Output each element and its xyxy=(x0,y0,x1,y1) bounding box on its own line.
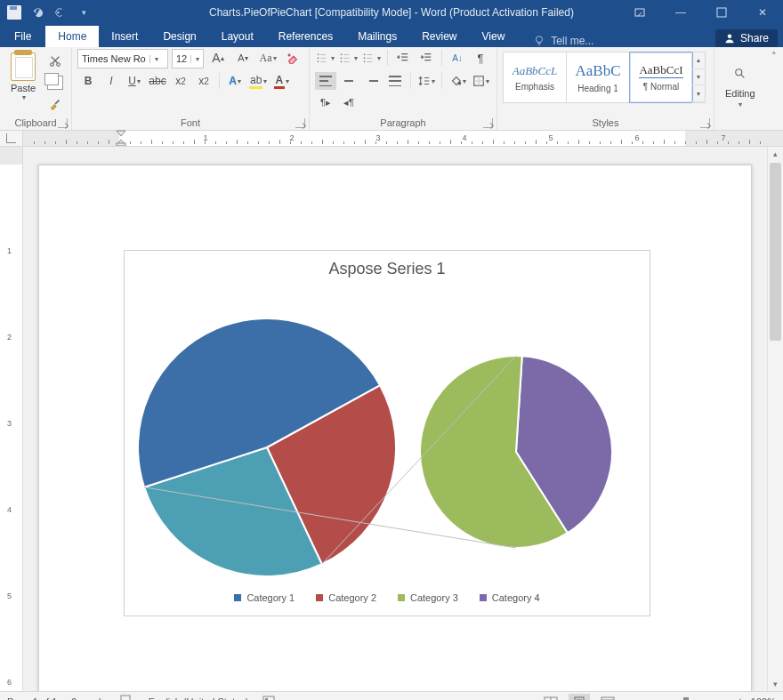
align-center-button[interactable] xyxy=(338,72,359,90)
strikethrough-button[interactable]: abc xyxy=(147,72,168,90)
align-center-icon xyxy=(343,76,355,86)
cut-button[interactable] xyxy=(44,52,66,70)
zoom-out-button[interactable]: − xyxy=(626,695,633,700)
tab-file[interactable]: File xyxy=(0,26,45,47)
text-effects-button[interactable]: A▾ xyxy=(224,72,246,90)
page-indicator[interactable]: Page 1 of 1 xyxy=(7,696,57,700)
svg-point-4 xyxy=(728,35,732,39)
bullets-button[interactable]: ▾ xyxy=(315,49,336,67)
undo-button[interactable] xyxy=(27,3,48,22)
lightbulb-icon xyxy=(533,35,545,47)
pie-of-pie-chart xyxy=(125,278,650,599)
tab-references[interactable]: References xyxy=(266,26,345,47)
clear-formatting-button[interactable] xyxy=(282,49,303,67)
scrollbar-thumb[interactable] xyxy=(770,163,781,341)
zoom-slider-thumb[interactable] xyxy=(683,697,689,701)
redo-button[interactable] xyxy=(50,3,71,22)
style-emphasis[interactable]: AaBbCcL Emphasis xyxy=(503,52,567,103)
macro-button[interactable] xyxy=(262,696,275,700)
zoom-level[interactable]: 100% xyxy=(751,696,776,700)
tab-mailings[interactable]: Mailings xyxy=(345,26,409,47)
maximize-button[interactable] xyxy=(701,0,742,25)
magnifier-icon xyxy=(734,68,747,80)
bold-button[interactable]: B xyxy=(77,72,99,90)
format-painter-button[interactable] xyxy=(44,95,66,113)
underline-button[interactable]: U▾ xyxy=(124,72,145,90)
zoom-in-button[interactable]: + xyxy=(737,695,744,700)
change-case-button[interactable]: Aa▾ xyxy=(257,49,278,67)
justify-button[interactable] xyxy=(384,72,406,90)
ltr-button[interactable]: ¶▸ xyxy=(315,93,336,111)
numbering-button[interactable]: ▾ xyxy=(338,49,359,67)
borders-button[interactable]: ▾ xyxy=(470,72,491,90)
tab-insert[interactable]: Insert xyxy=(99,26,150,47)
font-dialog-launcher[interactable] xyxy=(295,118,305,128)
grow-font-button[interactable]: A▴ xyxy=(207,49,229,67)
tab-selector[interactable] xyxy=(0,131,23,147)
svg-point-3 xyxy=(537,36,543,43)
document-title: Charts.PieOfPieChart [Compatibility Mode… xyxy=(209,6,574,19)
minimize-button[interactable]: — xyxy=(660,0,701,25)
font-color-button[interactable]: A▾ xyxy=(270,72,292,90)
scroll-down-icon: ▾ xyxy=(768,677,783,691)
horizontal-ruler[interactable]: 1234567 xyxy=(23,131,783,147)
word-count[interactable]: 0 words xyxy=(71,696,106,700)
tab-home[interactable]: Home xyxy=(45,26,99,47)
rtl-button[interactable]: ◂¶ xyxy=(338,93,359,111)
font-name-combo[interactable]: Times New Ro▾ xyxy=(77,49,168,68)
legend-item: Category 3 xyxy=(398,592,458,603)
tab-layout[interactable]: Layout xyxy=(209,26,266,47)
document-canvas[interactable]: Aspose Series 1 Category 1Category 2Cate… xyxy=(23,147,767,691)
tell-me-search[interactable]: Tell me... xyxy=(533,35,593,47)
style-normal[interactable]: AaBbCcI ¶ Normal xyxy=(629,52,693,103)
save-icon xyxy=(7,5,21,20)
legend-item: Category 2 xyxy=(316,592,376,603)
highlight-button[interactable]: ab▾ xyxy=(247,72,269,90)
tab-view[interactable]: View xyxy=(470,26,518,47)
styles-gallery-scroll[interactable]: ▴ ▾ ▾ xyxy=(692,52,706,103)
shading-button[interactable]: ▾ xyxy=(447,72,468,90)
save-button[interactable] xyxy=(4,3,25,22)
share-button[interactable]: Share xyxy=(715,29,778,47)
paste-button[interactable]: Paste ▾ xyxy=(5,49,41,116)
line-spacing-button[interactable]: ▾ xyxy=(416,72,437,90)
spellcheck-button[interactable] xyxy=(120,695,134,700)
print-layout-button[interactable] xyxy=(569,694,590,700)
superscript-button[interactable]: x2 xyxy=(193,72,214,90)
clipboard-dialog-launcher[interactable] xyxy=(58,118,68,128)
read-mode-button[interactable] xyxy=(540,694,561,700)
collapse-ribbon-button[interactable]: ˄ xyxy=(766,47,783,130)
pilcrow-icon: ¶ xyxy=(478,52,484,65)
web-layout-button[interactable] xyxy=(597,694,618,700)
group-label-paragraph: Paragraph xyxy=(315,116,491,130)
qat-customize-button[interactable]: ▾ xyxy=(73,3,94,22)
multilevel-list-button[interactable]: ▾ xyxy=(361,49,383,67)
italic-button[interactable]: I xyxy=(101,72,122,90)
ribbon-display-options-button[interactable] xyxy=(619,0,660,25)
align-left-button[interactable] xyxy=(315,72,336,90)
vertical-ruler[interactable]: 123456 xyxy=(0,147,23,691)
align-right-button[interactable] xyxy=(361,72,383,90)
macro-icon xyxy=(262,696,275,700)
close-button[interactable]: ✕ xyxy=(742,0,783,25)
increase-indent-button[interactable] xyxy=(416,49,437,67)
subscript-button[interactable]: x2 xyxy=(170,72,191,90)
copy-button[interactable] xyxy=(44,74,66,92)
web-layout-icon xyxy=(601,696,615,700)
group-label-font: Font xyxy=(77,116,303,130)
shrink-font-button[interactable]: A▾ xyxy=(232,49,254,67)
style-heading1[interactable]: AaBbC Heading 1 xyxy=(566,52,630,103)
chart-object[interactable]: Aspose Series 1 Category 1Category 2Cate… xyxy=(124,250,650,616)
decrease-indent-button[interactable] xyxy=(392,49,414,67)
language-indicator[interactable]: English (United States) xyxy=(149,696,249,700)
sort-button[interactable]: A↓ xyxy=(447,49,468,67)
show-marks-button[interactable]: ¶ xyxy=(470,49,491,67)
first-line-indent-marker[interactable] xyxy=(116,130,126,146)
font-size-combo[interactable]: 12▾ xyxy=(172,49,204,68)
paragraph-dialog-launcher[interactable] xyxy=(483,118,493,128)
tab-review[interactable]: Review xyxy=(409,26,469,47)
find-button[interactable] xyxy=(730,61,751,86)
styles-dialog-launcher[interactable] xyxy=(700,118,710,128)
vertical-scrollbar[interactable]: ▴ ▾ xyxy=(767,147,783,691)
tab-design[interactable]: Design xyxy=(150,26,208,47)
